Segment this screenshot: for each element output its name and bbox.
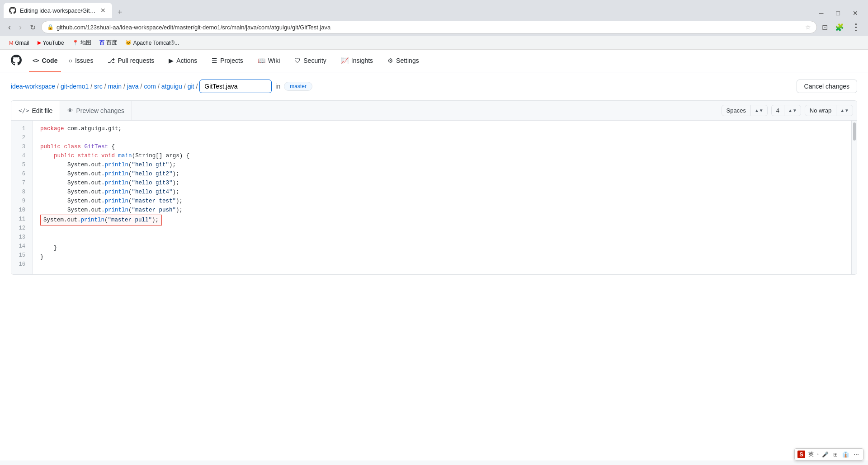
tab-projects[interactable]: ☰ Projects <box>204 50 250 72</box>
bookmark-baidu[interactable]: 百 百度 <box>96 38 121 47</box>
breadcrumb-sep-2: / <box>104 83 106 90</box>
breadcrumb-sep-0: / <box>57 83 59 90</box>
code-line-6: System.out.println("hello git2"); <box>33 169 851 178</box>
tab-title: Editing idea-workspace/GitTes... <box>20 7 96 14</box>
projects-icon: ☰ <box>212 57 217 64</box>
tab-issues-label: Issues <box>75 57 93 64</box>
breadcrumb-com-link[interactable]: com <box>144 83 156 90</box>
github-page: <> Code ○ Issues ⎇ Pull requests ▶ Actio… <box>0 50 868 460</box>
code-line-15: } <box>33 253 851 262</box>
breadcrumb-java-link[interactable]: java <box>127 83 139 90</box>
ime-lang[interactable]: 英 <box>807 451 815 458</box>
ime-voice[interactable]: 🎤 <box>821 451 830 458</box>
code-content[interactable]: package com.atguigu.git; public class Gi… <box>33 121 851 274</box>
github-nav: <> Code ○ Issues ⎇ Pull requests ▶ Actio… <box>0 50 868 72</box>
editor-toolbar: </> Edit file 👁 Preview changes Spaces ▲… <box>11 101 857 121</box>
breadcrumb-sep-1: / <box>90 83 92 90</box>
scrollbar-thumb[interactable] <box>853 122 856 141</box>
issues-icon: ○ <box>68 57 72 64</box>
back-button[interactable]: ‹ <box>5 22 14 33</box>
filename-input[interactable] <box>199 80 272 93</box>
active-tab[interactable]: Editing idea-workspace/GitTes... ✕ <box>4 3 112 18</box>
breadcrumb-git-link[interactable]: git <box>188 83 194 90</box>
security-icon: 🛡 <box>294 57 301 64</box>
bookmark-gmail[interactable]: M Gmail <box>5 39 33 47</box>
branch-badge[interactable]: master <box>284 82 312 91</box>
tab-issues[interactable]: ○ Issues <box>61 50 100 72</box>
tab-settings[interactable]: ⚙ Settings <box>380 50 426 72</box>
line-numbers: 1 2 3 4 5 6 7 8 9 10 11 12 13 14 15 16 <box>11 121 33 274</box>
github-logo[interactable] <box>11 55 22 67</box>
tab-insights[interactable]: 📈 Insights <box>334 50 380 72</box>
preview-changes-tab[interactable]: 👁 Preview changes <box>60 101 132 120</box>
tab-pr-label: Pull requests <box>118 57 154 64</box>
settings-icon: ⚙ <box>387 57 393 64</box>
tab-code-label: Code <box>42 57 57 64</box>
spaces-control[interactable]: Spaces ▲▼ <box>722 105 768 116</box>
line-number: 11 <box>11 215 33 224</box>
maps-favicon: 📍 <box>72 40 79 46</box>
tab-actions[interactable]: ▶ Actions <box>161 50 204 72</box>
minimize-button[interactable]: ─ <box>813 8 830 18</box>
ime-table[interactable]: ⊞ <box>832 451 839 458</box>
line-number: 9 <box>11 197 33 206</box>
line-number: 3 <box>11 142 33 151</box>
wiki-icon: 📖 <box>258 57 265 64</box>
code-line-3: public class GitTest { <box>33 142 851 151</box>
line-number: 8 <box>11 188 33 197</box>
actions-icon: ▶ <box>169 57 174 64</box>
ime-more[interactable]: ⋯ <box>852 451 860 458</box>
breadcrumb-atguigu-link[interactable]: atguigu <box>161 83 182 90</box>
maps-label: 地图 <box>80 39 91 47</box>
forward-button[interactable]: › <box>16 22 24 33</box>
code-editor: 1 2 3 4 5 6 7 8 9 10 11 12 13 14 15 16 p… <box>11 121 857 274</box>
address-bar[interactable]: 🔒 github.com/123shuai-aa/idea-workspace/… <box>41 21 817 33</box>
chrome-menu-button[interactable]: ⋮ <box>849 21 863 33</box>
bookmark-tomcat[interactable]: 🐱 Apache Tomcat®... <box>122 39 183 47</box>
breadcrumb-main-link[interactable]: main <box>108 83 122 90</box>
close-tab-button[interactable]: ✕ <box>99 7 107 14</box>
breadcrumb-src-link[interactable]: src <box>94 83 103 90</box>
insights-icon: 📈 <box>341 57 349 64</box>
tab-wiki[interactable]: 📖 Wiki <box>250 50 287 72</box>
breadcrumb-repo-link[interactable]: idea-workspace <box>11 83 55 90</box>
breadcrumb-sep-7: / <box>196 83 198 90</box>
bookmark-star-icon[interactable]: ☆ <box>805 23 811 31</box>
address-text: github.com/123shuai-aa/idea-workspace/ed… <box>57 24 802 31</box>
tab-pull-requests[interactable]: ⎇ Pull requests <box>100 50 161 72</box>
extensions-button[interactable]: 🧩 <box>833 22 846 33</box>
line-number: 15 <box>11 251 33 260</box>
code-line-12 <box>33 225 851 235</box>
spaces-chevron-icon: ▲▼ <box>751 106 767 115</box>
tab-security[interactable]: 🛡 Security <box>287 50 334 72</box>
line-number: 10 <box>11 206 33 215</box>
wrap-control[interactable]: No wrap ▲▼ <box>805 105 853 116</box>
indent-control[interactable]: 4 ▲▼ <box>771 105 801 116</box>
indent-value: 4 <box>772 105 784 116</box>
edit-file-tab[interactable]: </> Edit file <box>11 101 60 120</box>
bookmark-youtube[interactable]: ▶ YouTube <box>34 39 68 47</box>
wrap-label: No wrap <box>805 105 836 116</box>
breadcrumb-gitdemo-link[interactable]: git-demo1 <box>61 83 89 90</box>
cast-button[interactable]: ⊡ <box>820 22 830 33</box>
close-window-button[interactable]: ✕ <box>846 8 864 18</box>
ime-toolbar: S 英 • 🎤 ⊞ 👔 ⋯ <box>794 448 863 460</box>
breadcrumb-sep-4: / <box>141 83 142 90</box>
cancel-changes-button[interactable]: Cancel changes <box>797 80 857 93</box>
spaces-label: Spaces <box>722 105 751 116</box>
tomcat-favicon: 🐱 <box>125 40 132 46</box>
breadcrumb-sep-6: / <box>184 83 186 90</box>
tab-insights-label: Insights <box>351 57 373 64</box>
breadcrumb-area: idea-workspace / git-demo1 / src / main … <box>0 72 868 100</box>
ime-skin[interactable]: 👔 <box>841 451 850 458</box>
new-tab-button[interactable]: + <box>114 6 126 18</box>
reload-button[interactable]: ↻ <box>27 22 38 33</box>
maximize-button[interactable]: □ <box>830 8 846 18</box>
edit-file-icon: </> <box>19 107 29 114</box>
scrollbar[interactable] <box>851 121 857 274</box>
line-number: 4 <box>11 151 33 160</box>
tab-code[interactable]: <> Code <box>29 50 61 72</box>
bookmark-maps[interactable]: 📍 地图 <box>69 38 95 47</box>
breadcrumb-sep-3: / <box>123 83 125 90</box>
code-line-5: System.out.println("hello git"); <box>33 160 851 169</box>
